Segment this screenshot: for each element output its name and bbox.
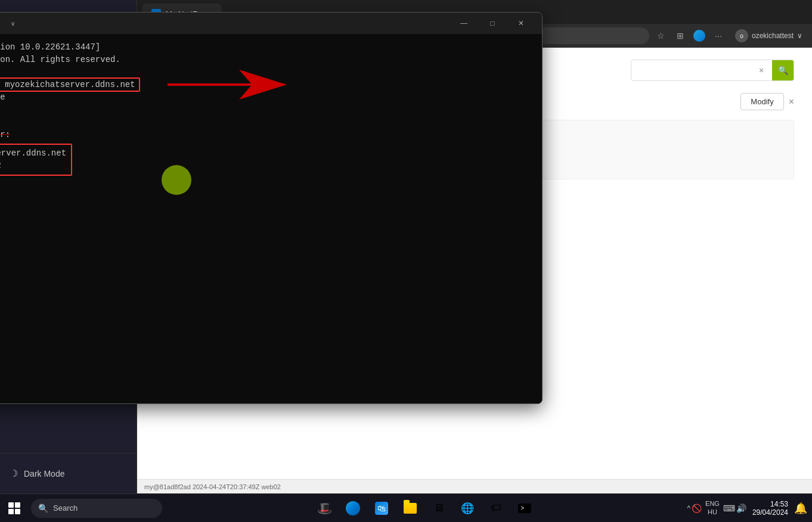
cmd-line-7 <box>0 116 532 129</box>
taskbar-icon-explorer[interactable] <box>397 495 423 521</box>
user-badge[interactable]: o ozekichattest ∨ <box>730 29 807 42</box>
taskbar-icon-network2[interactable]: 🌐 <box>454 495 481 521</box>
username-label: ozekichattest <box>752 32 794 40</box>
user-avatar: o <box>735 29 748 42</box>
cmd-window-controls: — □ ✕ <box>450 13 535 34</box>
lang-indicator[interactable]: ENG HU <box>703 500 722 515</box>
collections-btn[interactable]: ⊞ <box>672 27 689 44</box>
taskbar-icon-edge[interactable] <box>340 495 366 521</box>
media-icon: 🎩 <box>317 501 332 515</box>
taskbar-search-icon: 🔍 <box>38 504 48 513</box>
arrow-right-annotation <box>168 67 287 102</box>
cmd-minimize-btn[interactable]: — <box>450 13 478 34</box>
taskbar-clock[interactable]: 14:53 29/04/2024 <box>748 500 793 517</box>
cmd-dropdown-btn[interactable]: ∨ <box>5 16 20 30</box>
copilot-icon <box>693 30 705 42</box>
moon-icon: ☽ <box>10 468 18 479</box>
cmd-window: ⬛ Command Prompt × + ∨ — □ ✕ Microsoft W… <box>0 12 543 404</box>
clock-date: 29/04/2024 <box>752 508 788 517</box>
browser-toolbar-right: ☆ ⊞ ··· <box>653 27 727 44</box>
cmd-line-9 <box>0 178 532 191</box>
modify-button[interactable]: Modify <box>740 93 783 110</box>
site-search-bar: × 🔍 <box>631 60 794 81</box>
search-icon: 🔍 <box>778 66 788 75</box>
taskbar-icon-store[interactable]: 🛍 <box>368 495 395 521</box>
avatar-letter: o <box>740 33 743 39</box>
taskbar-icon-media[interactable]: 🎩 <box>311 495 337 521</box>
dark-mode-toggle[interactable]: ☽ Dark Mode <box>10 463 127 484</box>
svg-marker-0 <box>168 70 287 100</box>
network2-icon: 🌐 <box>461 502 474 515</box>
cmd-new-tab-btn[interactable]: + <box>0 16 1 30</box>
cmd-highlighted-command: nslookup myozekichatserver.ddns.net <box>0 77 140 92</box>
lang-line2: HU <box>708 508 717 516</box>
taskbar-icon-terminal[interactable] <box>512 495 538 521</box>
taskbar-right: ^ 🚫 ENG HU ⌨ 🔊 14:53 29/04/2024 🔔 <box>687 500 812 517</box>
cmd-result-box: Name: myozekichatserver.ddns.net Address… <box>0 144 72 176</box>
taskbar-search-label: Search <box>53 504 78 512</box>
taskbar-center: 🎩 🛍 🖥 🌐 🏷 <box>162 495 687 521</box>
taskbar: 🔍 Search 🎩 🛍 🖥 <box>0 493 812 522</box>
taskbar-search[interactable]: 🔍 Search <box>31 499 162 518</box>
network-icon[interactable]: 🚫 <box>692 504 702 513</box>
lang-line1: ENG <box>705 500 720 508</box>
copilot-btn[interactable] <box>691 27 708 44</box>
notification-bell[interactable]: 🔔 <box>794 502 807 515</box>
favorites-btn[interactable]: ☆ <box>653 27 670 44</box>
sidebar-dark-mode-section: ☽ Dark Mode <box>0 453 137 493</box>
edge-icon <box>346 501 360 515</box>
terminal-icon <box>518 504 531 513</box>
cmd-maximize-btn[interactable]: □ <box>479 13 506 34</box>
modify-close-icon[interactable]: × <box>789 97 794 107</box>
noip-icon: 🏷 <box>491 502 501 514</box>
start-button[interactable] <box>0 494 29 523</box>
taskbar-icon-noip[interactable]: 🏷 <box>483 495 509 521</box>
taskbar-icon-remote[interactable]: 🖥 <box>426 495 452 521</box>
clock-time: 14:53 <box>770 500 788 508</box>
search-submit-btn[interactable]: 🔍 <box>772 60 794 81</box>
windows-icon <box>8 502 20 514</box>
status-bar: my@81ad8f2ad 2024-04-24T20:37:49Z web02 <box>137 479 812 493</box>
cmd-line-10: C:\Users> <box>0 191 532 203</box>
cmd-line-1: Microsoft Windows [Version 10.0.22621.34… <box>0 41 532 54</box>
cmd-titlebar: ⬛ Command Prompt × + ∨ — □ ✕ <box>0 13 542 34</box>
search-close-btn[interactable]: × <box>751 60 772 81</box>
cmd-body: Microsoft Windows [Version 10.0.22621.34… <box>0 34 542 403</box>
volume-tray-icon[interactable]: 🔊 <box>736 504 746 513</box>
cmd-close-btn[interactable]: ✕ <box>507 13 535 34</box>
keyboard-tray-icon[interactable]: ⌨ <box>723 504 735 513</box>
remote-icon: 🖥 <box>433 502 444 514</box>
cmd-result-address: Address: 94.21.51.212 <box>0 160 66 172</box>
store-icon: 🛍 <box>375 502 388 515</box>
status-text: my@81ad8f2ad 2024-04-24T20:37:49Z web02 <box>144 483 281 490</box>
dark-mode-label: Dark Mode <box>24 469 64 479</box>
explorer-icon <box>404 503 417 514</box>
cmd-line-8: Non-authoritative answer: <box>0 129 532 141</box>
cmd-result-name: Name: myozekichatserver.ddns.net <box>0 147 66 160</box>
more-btn[interactable]: ··· <box>710 27 727 44</box>
site-search-input[interactable] <box>631 66 751 75</box>
tray-expand-btn[interactable]: ^ <box>687 504 690 512</box>
desktop: ☽ Dark Mode N My No-IP ✕ + ‹ › <box>0 0 812 522</box>
green-circle <box>162 165 191 195</box>
cmd-line-2: (c) Microsoft Corporation. All rights re… <box>0 54 532 66</box>
cmd-line-6: Address: 1.1.1.1 <box>0 104 532 116</box>
user-dropdown-icon: ∨ <box>797 32 802 40</box>
